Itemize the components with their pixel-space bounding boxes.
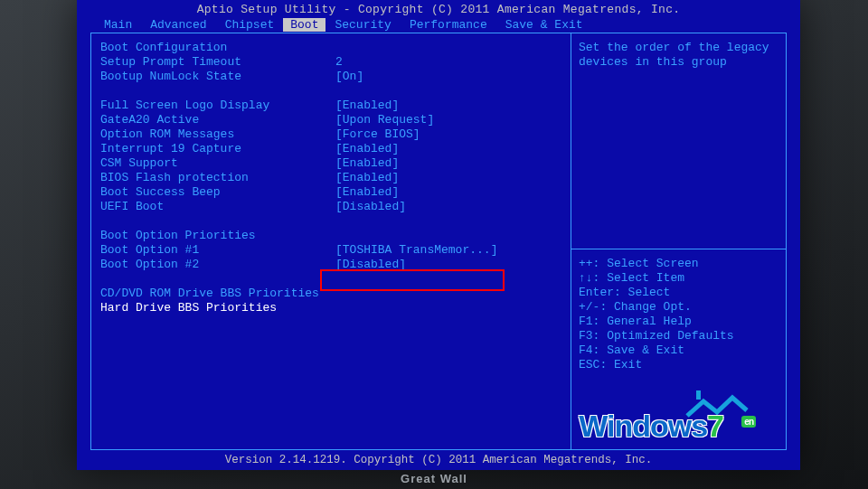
- bios-screen: Aptio Setup Utility - Copyright (C) 2011…: [77, 0, 800, 470]
- setting-label: Setup Prompt Timeout: [100, 55, 335, 70]
- submenu-cdrom-bbs-priorities[interactable]: CD/DVD ROM Drive BBS Priorities: [100, 287, 561, 301]
- submenu-label: Hard Drive BBS Priorities: [100, 301, 277, 315]
- setting-label: CSM Support: [100, 156, 335, 171]
- menu-performance[interactable]: Performance: [401, 18, 496, 32]
- help-panel: Set the order of the legacy devices in t…: [571, 33, 786, 249]
- setting-bios-flash-protection[interactable]: BIOS Flash protection [Enabled]: [100, 171, 561, 185]
- setting-value: 2: [335, 55, 561, 70]
- setting-label: Full Screen Logo Display: [100, 99, 335, 113]
- menu-chipset[interactable]: Chipset: [216, 18, 284, 32]
- setting-label: Option ROM Messages: [100, 127, 335, 142]
- setting-label: Interrupt 19 Capture: [100, 142, 335, 156]
- setting-boot-option-1[interactable]: Boot Option #1 [TOSHIBA TransMemor...]: [100, 243, 561, 258]
- setting-full-screen-logo[interactable]: Full Screen Logo Display [Enabled]: [100, 99, 561, 113]
- key-legend-line: Enter: Select: [579, 286, 778, 300]
- setting-interrupt-19-capture[interactable]: Interrupt 19 Capture [Enabled]: [100, 142, 561, 156]
- setting-label: GateA20 Active: [100, 113, 335, 127]
- photo-background: Aptio Setup Utility - Copyright (C) 2011…: [0, 0, 868, 489]
- setting-csm-support[interactable]: CSM Support [Enabled]: [100, 156, 561, 171]
- setting-label: Boot Success Beep: [100, 185, 335, 200]
- key-legend-line: ++: Select Screen: [579, 257, 778, 271]
- bios-footer: Version 2.14.1219. Copyright (C) 2011 Am…: [77, 454, 800, 466]
- setting-label: UEFI Boot: [100, 200, 335, 214]
- menu-save-exit[interactable]: Save & Exit: [496, 18, 592, 32]
- menu-advanced[interactable]: Advanced: [141, 18, 215, 32]
- setting-value: [Enabled]: [335, 156, 561, 171]
- left-panel: Boot Configuration Setup Prompt Timeout …: [91, 33, 571, 449]
- key-legend-line: ↑↓: Select Item: [579, 271, 778, 286]
- setting-value: [Force BIOS]: [335, 127, 561, 142]
- menu-boot[interactable]: Boot: [283, 18, 326, 32]
- setting-boot-option-2[interactable]: Boot Option #2 [Disabled]: [100, 258, 561, 272]
- key-legend-line: ESC: Exit: [579, 358, 778, 372]
- setting-value: [Disabled]: [335, 258, 561, 272]
- setting-label: BIOS Flash protection: [100, 171, 335, 185]
- content-frame: Boot Configuration Setup Prompt Timeout …: [90, 33, 787, 450]
- setting-value: [Enabled]: [335, 185, 561, 200]
- setting-boot-success-beep[interactable]: Boot Success Beep [Enabled]: [100, 185, 561, 200]
- setting-option-rom-messages[interactable]: Option ROM Messages [Force BIOS]: [100, 127, 561, 142]
- setting-value: [TOSHIBA TransMemor...]: [335, 243, 561, 258]
- setting-uefi-boot[interactable]: UEFI Boot [Disabled]: [100, 200, 561, 214]
- section-boot-option-priorities: Boot Option Priorities: [100, 229, 561, 243]
- setting-value: [Enabled]: [335, 99, 561, 113]
- setting-bootup-numlock-state[interactable]: Bootup NumLock State [On]: [100, 70, 561, 84]
- bios-title: Aptio Setup Utility - Copyright (C) 2011…: [77, 0, 800, 18]
- setting-gatea20-active[interactable]: GateA20 Active [Upon Request]: [100, 113, 561, 127]
- key-legend-panel: ++: Select Screen ↑↓: Select Item Enter:…: [571, 249, 786, 449]
- setting-label: Bootup NumLock State: [100, 70, 335, 84]
- key-legend-line: F3: Optimized Defaults: [579, 329, 778, 343]
- submenu-label: CD/DVD ROM Drive BBS Priorities: [100, 287, 319, 301]
- setting-value: [Upon Request]: [335, 113, 561, 127]
- menu-security[interactable]: Security: [326, 18, 400, 32]
- setting-label: Boot Option #2: [100, 258, 335, 272]
- submenu-harddrive-bbs-priorities[interactable]: Hard Drive BBS Priorities: [100, 301, 561, 315]
- setting-value: [Enabled]: [335, 142, 561, 156]
- key-legend-line: +/-: Change Opt.: [579, 300, 778, 315]
- key-legend-line: F1: General Help: [579, 315, 778, 329]
- help-text-line: devices in this group: [579, 55, 778, 70]
- menu-main[interactable]: Main: [95, 18, 141, 32]
- setting-setup-prompt-timeout[interactable]: Setup Prompt Timeout 2: [100, 55, 561, 70]
- setting-label: Boot Option #1: [100, 243, 335, 258]
- help-text-line: Set the order of the legacy: [579, 41, 778, 55]
- section-boot-configuration: Boot Configuration: [100, 41, 561, 55]
- setting-value: [On]: [335, 70, 561, 84]
- setting-value: [Disabled]: [335, 200, 561, 214]
- key-legend-line: F4: Save & Exit: [579, 343, 778, 358]
- laptop-brand-label: Great Wall: [401, 472, 467, 485]
- setting-value: [Enabled]: [335, 171, 561, 185]
